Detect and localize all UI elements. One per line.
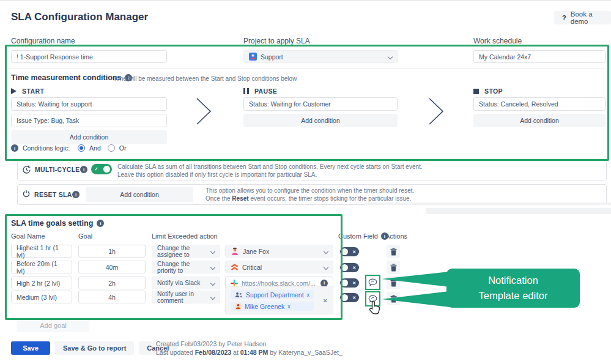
goal-input[interactable]: 2h: [78, 277, 146, 289]
start-add-condition-button[interactable]: Add condition: [11, 130, 167, 144]
goal-header: Goal: [78, 232, 92, 240]
multi-cycle-toggle[interactable]: ✓: [91, 164, 112, 174]
pause-condition-1[interactable]: Status: Waiting for Customer: [243, 97, 398, 111]
callout-pointer: [376, 269, 453, 311]
reset-desc-post: event occurs, the timer stops ticking fo…: [249, 195, 412, 202]
goal-name-header: Goal Name: [11, 232, 45, 240]
info-icon[interactable]: i: [80, 166, 87, 173]
goal-value: 4h: [108, 294, 116, 301]
priority-value: Critical: [242, 264, 262, 271]
custom-field-toggle[interactable]: ✕: [340, 293, 359, 302]
goal-name-input[interactable]: Highest 1 hr (1 lvl): [11, 245, 72, 258]
goal-value: 40m: [106, 264, 118, 271]
start-condition-1[interactable]: Status: Waiting for support: [11, 97, 167, 111]
chevron-down-icon: [210, 264, 215, 269]
limit-action-select[interactable]: Change the assignee to: [152, 245, 220, 258]
updated-mid: at: [231, 349, 240, 356]
panel-divider: [364, 202, 611, 205]
logic-or-label: Or: [119, 144, 127, 152]
save-go-report-button[interactable]: Save & Go to report: [55, 341, 134, 355]
project-select[interactable]: Support: [243, 50, 398, 63]
work-schedule-value: My Calendar 24x7: [479, 53, 531, 61]
chip-label: Mike Greenek: [245, 303, 284, 310]
limit-action-select[interactable]: Change the priority to: [152, 261, 220, 273]
stop-condition-1-text: Status: Canceled, Resolved: [479, 100, 558, 108]
stop-label: STOP: [484, 87, 503, 95]
limit-action-select[interactable]: Notify user in comment: [152, 291, 220, 303]
chip-remove-icon[interactable]: x: [287, 303, 291, 310]
project-label: Project to apply SLA: [243, 37, 310, 45]
goal-name-input[interactable]: Medium (3 lvl): [11, 291, 72, 303]
book-demo-button[interactable]: ? Book a demo: [554, 11, 611, 24]
delete-goal-button[interactable]: [387, 245, 400, 258]
notify-users-multiselect[interactable]: Support Department x Mike Greenek x ✕: [225, 286, 333, 314]
sla-configuration-page: SLA Configuration Manager ? Book a demo …: [0, 0, 611, 364]
user-chip: Mike Greenek x: [231, 302, 314, 311]
callout-line2: Template editor: [479, 288, 548, 303]
custom-field-toggle[interactable]: ✕: [340, 263, 359, 272]
logic-and-label: And: [89, 144, 101, 152]
toggle-off-icon: ✕: [352, 295, 356, 300]
custom-field-header-text: Custom Field: [338, 232, 378, 240]
time-conditions-subtitle: Time will be measured between the Start …: [113, 75, 297, 82]
flow-arrow-icon: [196, 97, 212, 125]
info-icon[interactable]: i: [72, 191, 80, 198]
slack-icon: [231, 280, 238, 287]
project-avatar-icon: [249, 53, 257, 61]
trash-icon: [390, 248, 397, 256]
clear-field-icon[interactable]: ✕: [323, 297, 328, 304]
custom-field-toggle[interactable]: ✕: [340, 278, 359, 288]
add-goal-button[interactable]: Add goal: [17, 318, 89, 332]
chip-remove-icon[interactable]: x: [307, 292, 310, 298]
info-icon[interactable]: i: [320, 280, 328, 287]
reset-desc-pre: Once the: [206, 195, 232, 202]
goal-input[interactable]: 4h: [78, 291, 146, 303]
reset-desc-bold: Reset: [232, 195, 248, 202]
toggle-off-icon: ✕: [352, 250, 356, 254]
goal-input[interactable]: 40m: [78, 261, 146, 273]
custom-field-header: Custom Field i: [338, 232, 388, 240]
work-schedule-input[interactable]: My Calendar 24x7: [473, 50, 605, 63]
logic-or-radio[interactable]: [108, 144, 115, 152]
limit-action-select[interactable]: Notify via Slack: [152, 277, 220, 289]
goal-name-input[interactable]: Before 20m (1 lvl): [11, 261, 72, 273]
updated-post: by Kateryna_v_SaaSJet_: [268, 349, 342, 356]
goal-value: 2h: [108, 280, 116, 287]
info-icon[interactable]: i: [97, 220, 104, 227]
power-icon: [22, 190, 31, 198]
work-schedule-label: Work schedule: [473, 37, 522, 45]
audit-info: Created Feb/03/2023 by Peter Hadson Last…: [156, 340, 343, 357]
assignee-select[interactable]: Jane Fox: [225, 245, 333, 258]
goal-name-value: Highest 1 hr (1 lvl): [17, 244, 67, 259]
created-line: Created Feb/03/2023 by Peter Hadson: [156, 340, 343, 348]
chevron-down-icon: [210, 294, 215, 299]
page-title: SLA Configuration Manager: [11, 11, 148, 23]
section-divider: [7, 69, 605, 69]
multi-cycle-label: MULTI-CYCLE: [35, 166, 80, 173]
config-name-input[interactable]: ! 1-Support Response time: [11, 50, 167, 63]
goal-name-value: High 2 hr (2 lvl): [17, 280, 60, 287]
goal-input[interactable]: 1h: [78, 245, 146, 258]
info-icon[interactable]: i: [11, 144, 18, 152]
updated-date: Feb/08/2023: [195, 349, 232, 356]
start-label: START: [22, 87, 44, 95]
stop-add-condition-button[interactable]: Add condition: [473, 114, 605, 127]
project-value: Support: [261, 53, 283, 61]
updated-time: 01:48 PM: [240, 349, 268, 356]
goal-name-value: Medium (3 lvl): [17, 294, 57, 301]
custom-field-toggle[interactable]: ✕: [340, 247, 359, 256]
goal-name-input[interactable]: High 2 hr (2 lvl): [11, 277, 72, 289]
logic-and-radio[interactable]: [78, 144, 85, 152]
reset-add-condition-button[interactable]: Add condition: [86, 187, 193, 202]
priority-critical-icon: [231, 264, 239, 271]
limit-action-value: Change the assignee to: [157, 245, 207, 258]
pause-add-condition-button[interactable]: Add condition: [243, 114, 398, 127]
stop-condition-1[interactable]: Status: Canceled, Resolved: [473, 97, 605, 111]
reset-sla-description: This option allows you to configure the …: [206, 187, 414, 202]
goals-title: SLA time goals setting i: [11, 219, 104, 228]
priority-select[interactable]: Critical: [225, 261, 333, 273]
save-button[interactable]: Save: [11, 341, 50, 355]
multi-cycle-description: Calculate SLA as sum of all transitions …: [117, 163, 423, 179]
start-condition-2[interactable]: Issue Type: Bug, Task: [11, 114, 167, 127]
limit-action-value: Change the priority to: [157, 261, 207, 274]
